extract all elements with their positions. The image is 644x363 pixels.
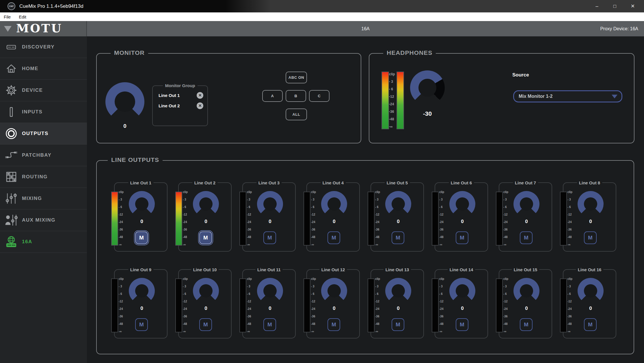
- mute-button[interactable]: M: [263, 318, 276, 331]
- mute-button[interactable]: M: [392, 231, 404, 244]
- meter-scale-label: -24: [311, 220, 319, 224]
- menu-file[interactable]: File: [0, 12, 15, 21]
- sidebar-item-label: DEVICE: [22, 87, 43, 93]
- meter-scale-label: -36: [375, 315, 383, 318]
- monitor-all-button[interactable]: ALL: [286, 108, 307, 120]
- meter-scale-label: -∞: [183, 330, 190, 333]
- mute-button[interactable]: M: [135, 231, 148, 244]
- channel-meter-scale: clip- 3- 6-12-24-36-48-∞: [183, 190, 190, 246]
- meter-scale-label: - 6: [503, 292, 511, 295]
- channel-label: Line Out 14: [448, 267, 475, 272]
- channel-strip-line-out-2: Line Out 2clip- 3- 6-12-24-36-48-∞0M: [178, 182, 232, 252]
- meter-scale-label: -∞: [119, 243, 126, 246]
- mute-button[interactable]: M: [584, 231, 597, 244]
- sidebar-item-mixing[interactable]: MIXING: [0, 188, 87, 209]
- meter-scale-label: clip: [439, 277, 447, 280]
- menu-edit[interactable]: Edit: [15, 12, 30, 21]
- channel-volume-knob[interactable]: [193, 191, 219, 217]
- motu-logo-block[interactable]: MOTU: [0, 21, 87, 36]
- maximize-button[interactable]: □: [606, 0, 624, 12]
- mute-button[interactable]: M: [327, 231, 340, 244]
- meter-scale-label: clip: [503, 277, 511, 280]
- mute-button[interactable]: M: [456, 231, 468, 244]
- channel-volume-knob[interactable]: [385, 191, 411, 217]
- mute-button[interactable]: M: [199, 318, 212, 331]
- routing-grid-icon: [4, 170, 18, 184]
- chevron-down-icon: [4, 26, 12, 32]
- sidebar-item-device[interactable]: DEVICE: [0, 80, 87, 101]
- meter-scale-label: -∞: [311, 330, 319, 333]
- meter-scale-label: - 3: [119, 198, 126, 201]
- channel-volume-knob[interactable]: [257, 278, 283, 304]
- meter-scale-label: -48: [247, 235, 254, 239]
- source-label: Source: [512, 72, 529, 78]
- channel-level-meter: [111, 278, 118, 332]
- mute-button[interactable]: M: [135, 318, 148, 331]
- minimize-button[interactable]: –: [588, 0, 606, 12]
- source-dropdown[interactable]: Mix Monitor 1-2: [513, 90, 622, 102]
- channel-volume-value: 0: [318, 306, 350, 311]
- close-button[interactable]: ✕: [624, 0, 642, 12]
- meter-scale-label: -12: [567, 213, 575, 216]
- sidebar-item-patchbay[interactable]: PATCHBAY: [0, 145, 87, 166]
- channel-volume-value: 0: [318, 219, 350, 224]
- channel-volume-knob[interactable]: [129, 278, 155, 304]
- remove-output-icon[interactable]: ✕: [197, 92, 203, 99]
- channel-volume-value: 0: [511, 219, 542, 224]
- sidebar-item-inputs[interactable]: INPUTS: [0, 101, 87, 123]
- channel-volume-value: 0: [126, 219, 158, 224]
- sidebar-item-outputs[interactable]: OUTPUTS: [0, 123, 87, 145]
- sidebar-item-16a[interactable]: 16A: [0, 231, 87, 253]
- meter-scale-label: -36: [503, 315, 511, 318]
- sidebar-item-home[interactable]: HOME: [0, 58, 87, 80]
- mute-button[interactable]: M: [584, 318, 597, 331]
- channel-volume-knob[interactable]: [578, 278, 604, 304]
- meter-scale-label: -24: [119, 307, 126, 310]
- headphones-volume-knob[interactable]: [410, 70, 445, 105]
- mute-button[interactable]: M: [520, 318, 533, 331]
- sidebar-item-routing[interactable]: ROUTING: [0, 166, 87, 188]
- channel-volume-knob[interactable]: [257, 191, 283, 217]
- channel-volume-knob[interactable]: [513, 278, 539, 304]
- channel-strip-line-out-16: Line Out 16clip- 3- 6-12-24-36-48-∞0M: [563, 269, 616, 338]
- dropdown-arrow-icon: [612, 95, 617, 98]
- mute-button[interactable]: M: [327, 318, 340, 331]
- meter-scale-label: - 6: [567, 292, 575, 295]
- channel-volume-knob[interactable]: [193, 278, 219, 304]
- meter-scale-label: -24: [375, 307, 383, 310]
- channel-volume-knob[interactable]: [449, 191, 475, 217]
- meter-scale-label: clip: [311, 277, 319, 280]
- channel-level-meter: [368, 192, 375, 246]
- mute-button[interactable]: M: [199, 231, 212, 244]
- channel-level-meter: [175, 278, 182, 332]
- sidebar-item-aux-mixing[interactable]: AUX MIXING: [0, 209, 87, 231]
- meter-scale-label: clip: [247, 190, 254, 194]
- meter-scale-label: -48: [119, 322, 126, 325]
- channel-volume-knob[interactable]: [513, 191, 539, 217]
- sidebar-item-discovery[interactable]: DISCOVERY: [0, 36, 87, 58]
- meter-scale-label: -24: [439, 307, 447, 310]
- channel-volume-knob[interactable]: [578, 191, 604, 217]
- monitor-c-button[interactable]: C: [309, 90, 330, 102]
- channel-volume-knob[interactable]: [385, 278, 411, 304]
- abc-on-button[interactable]: ABC ON: [286, 72, 307, 83]
- monitor-a-button[interactable]: A: [262, 90, 283, 102]
- channel-volume-knob[interactable]: [321, 278, 347, 304]
- channel-volume-value: 0: [254, 219, 286, 224]
- mute-button[interactable]: M: [263, 231, 276, 244]
- channel-volume-knob[interactable]: [321, 191, 347, 217]
- channel-volume-knob[interactable]: [129, 191, 155, 217]
- channel-label: Line Out 16: [576, 267, 604, 272]
- mute-button[interactable]: M: [520, 231, 533, 244]
- meter-scale-label: -24: [375, 220, 383, 224]
- monitor-volume-knob[interactable]: [105, 82, 144, 121]
- channel-volume-value: 0: [446, 306, 478, 311]
- monitor-b-button[interactable]: B: [286, 90, 306, 102]
- mute-button[interactable]: M: [392, 318, 404, 331]
- channel-level-meter: [304, 278, 310, 332]
- remove-output-icon[interactable]: ✕: [197, 102, 203, 109]
- gear-icon: [4, 83, 18, 98]
- channel-volume-knob[interactable]: [449, 278, 475, 304]
- mute-button[interactable]: M: [456, 318, 468, 331]
- meter-scale-label: -36: [375, 228, 383, 231]
